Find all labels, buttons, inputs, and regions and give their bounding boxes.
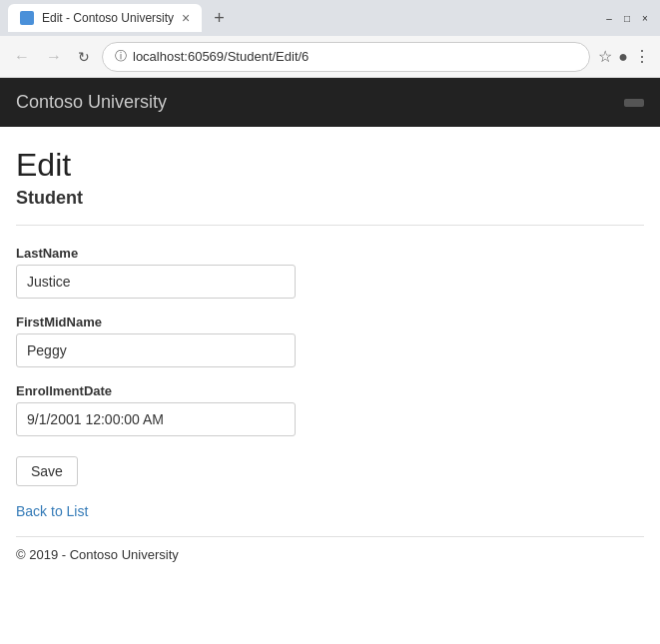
browser-tab[interactable]: Edit - Contoso University × [8,4,202,32]
forward-nav-button[interactable]: → [42,46,66,68]
page-content: Edit Student LastName FirstMidName Enrol… [0,127,660,644]
address-bar[interactable]: ⓘ localhost:60569/Student/Edit/6 [102,42,590,72]
footer-divider [16,536,644,537]
save-button[interactable]: Save [16,456,78,486]
app-header: Contoso University [0,78,660,127]
refresh-button[interactable]: ↻ [74,47,94,67]
footer-text: © 2019 - Contoso University [16,547,644,562]
back-nav-button[interactable]: ← [10,46,34,68]
tab-close-icon[interactable]: × [182,10,190,26]
enrollment-date-group: EnrollmentDate [16,383,644,436]
enrollment-date-input[interactable] [16,402,296,436]
page-subheading: Student [16,188,644,209]
title-bar: Edit - Contoso University × + – □ × [0,0,660,36]
menu-icon[interactable]: ⋮ [634,47,650,66]
tab-favicon [20,11,34,25]
last-name-label: LastName [16,246,644,261]
page-heading: Edit [16,147,644,184]
header-button[interactable] [624,99,644,107]
nav-right: ☆ ● ⋮ [598,47,650,66]
close-button[interactable]: × [638,11,652,25]
maximize-button[interactable]: □ [620,11,634,25]
back-link-container: Back to List [16,502,644,520]
address-text: localhost:60569/Student/Edit/6 [133,49,577,64]
lock-icon: ⓘ [115,48,127,65]
form-divider [16,225,644,226]
title-bar-left: Edit - Contoso University × + [8,4,233,32]
app-title: Contoso University [16,92,167,113]
first-mid-name-label: FirstMidName [16,315,644,329]
enrollment-date-label: EnrollmentDate [16,383,644,398]
minimize-button[interactable]: – [602,11,616,25]
browser-window: Edit - Contoso University × + – □ × ← → … [0,0,660,644]
last-name-input[interactable] [16,265,296,299]
last-name-group: LastName [16,246,644,299]
profile-icon[interactable]: ● [618,48,628,66]
first-mid-name-group: FirstMidName [16,315,644,367]
back-to-list-link[interactable]: Back to List [16,503,88,519]
bookmark-icon[interactable]: ☆ [598,47,612,66]
first-mid-name-input[interactable] [16,333,296,367]
new-tab-button[interactable]: + [206,6,233,31]
navigation-bar: ← → ↻ ⓘ localhost:60569/Student/Edit/6 ☆… [0,36,660,78]
window-controls: – □ × [602,11,652,25]
tab-title: Edit - Contoso University [42,11,174,25]
